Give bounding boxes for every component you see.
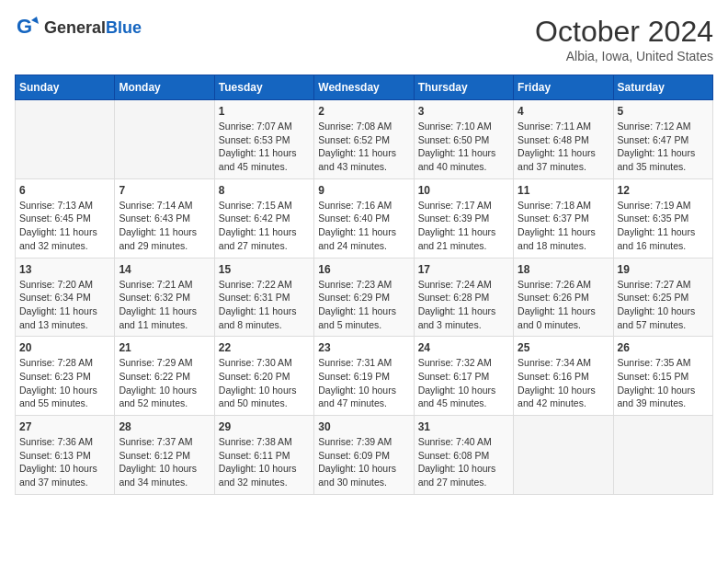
calendar-cell: 8Sunrise: 7:15 AMSunset: 6:42 PMDaylight… [214,178,313,258]
day-number: 29 [219,420,310,433]
logo-blue: Blue [106,18,142,37]
day-info: Sunrise: 7:23 AMSunset: 6:29 PMDaylight:… [318,278,409,332]
day-info: Sunrise: 7:30 AMSunset: 6:20 PMDaylight:… [219,356,310,410]
day-info: Sunrise: 7:26 AMSunset: 6:26 PMDaylight:… [518,278,609,332]
calendar-cell: 21Sunrise: 7:29 AMSunset: 6:22 PMDayligh… [115,337,214,416]
calendar-cell: 1Sunrise: 7:07 AMSunset: 6:53 PMDaylight… [214,100,313,179]
day-info: Sunrise: 7:15 AMSunset: 6:42 PMDaylight:… [219,199,310,253]
day-number: 26 [618,341,709,354]
day-info: Sunrise: 7:34 AMSunset: 6:16 PMDaylight:… [518,356,609,410]
day-number: 6 [19,184,110,197]
weekday-header: Friday [514,75,613,100]
day-info: Sunrise: 7:20 AMSunset: 6:34 PMDaylight:… [19,278,110,332]
day-info: Sunrise: 7:28 AMSunset: 6:23 PMDaylight:… [19,356,110,410]
weekday-header: Thursday [414,75,513,100]
day-info: Sunrise: 7:16 AMSunset: 6:40 PMDaylight:… [318,199,409,253]
calendar-cell: 9Sunrise: 7:16 AMSunset: 6:40 PMDaylight… [314,178,414,258]
day-number: 25 [518,341,609,354]
day-number: 28 [119,420,210,433]
calendar-cell: 20Sunrise: 7:28 AMSunset: 6:23 PMDayligh… [16,337,115,416]
calendar-cell: 23Sunrise: 7:31 AMSunset: 6:19 PMDayligh… [314,337,414,416]
calendar-cell: 19Sunrise: 7:27 AMSunset: 6:25 PMDayligh… [613,258,712,337]
day-number: 4 [518,105,609,118]
calendar-cell: 29Sunrise: 7:38 AMSunset: 6:11 PMDayligh… [214,416,313,495]
day-number: 31 [418,420,509,433]
day-info: Sunrise: 7:32 AMSunset: 6:17 PMDaylight:… [418,356,509,410]
day-number: 17 [418,263,509,276]
calendar-cell: 28Sunrise: 7:37 AMSunset: 6:12 PMDayligh… [115,416,214,495]
day-number: 20 [19,341,110,354]
calendar-week-row: 13Sunrise: 7:20 AMSunset: 6:34 PMDayligh… [16,258,713,337]
day-info: Sunrise: 7:07 AMSunset: 6:53 PMDaylight:… [219,120,310,174]
calendar-cell: 14Sunrise: 7:21 AMSunset: 6:32 PMDayligh… [115,258,214,337]
day-info: Sunrise: 7:38 AMSunset: 6:11 PMDaylight:… [219,435,310,489]
calendar-cell [16,100,115,179]
calendar-cell: 11Sunrise: 7:18 AMSunset: 6:37 PMDayligh… [514,178,613,258]
calendar-cell: 3Sunrise: 7:10 AMSunset: 6:50 PMDaylight… [414,100,513,179]
day-info: Sunrise: 7:37 AMSunset: 6:12 PMDaylight:… [119,435,210,489]
calendar-week-row: 6Sunrise: 7:13 AMSunset: 6:45 PMDaylight… [16,178,713,258]
calendar-subtitle: Albia, Iowa, United States [535,49,713,63]
day-info: Sunrise: 7:21 AMSunset: 6:32 PMDaylight:… [119,278,210,332]
day-info: Sunrise: 7:18 AMSunset: 6:37 PMDaylight:… [518,199,609,253]
day-info: Sunrise: 7:31 AMSunset: 6:19 PMDaylight:… [318,356,409,410]
weekday-header: Saturday [613,75,712,100]
day-info: Sunrise: 7:13 AMSunset: 6:45 PMDaylight:… [19,199,110,253]
calendar-cell [514,416,613,495]
day-info: Sunrise: 7:14 AMSunset: 6:43 PMDaylight:… [119,199,210,253]
day-number: 3 [418,105,509,118]
day-number: 8 [219,184,310,197]
day-number: 24 [418,341,509,354]
day-info: Sunrise: 7:35 AMSunset: 6:15 PMDaylight:… [618,356,709,410]
day-info: Sunrise: 7:12 AMSunset: 6:47 PMDaylight:… [618,120,709,174]
calendar-cell: 2Sunrise: 7:08 AMSunset: 6:52 PMDaylight… [314,100,414,179]
calendar-table: SundayMondayTuesdayWednesdayThursdayFrid… [15,75,713,495]
day-number: 7 [119,184,210,197]
day-info: Sunrise: 7:11 AMSunset: 6:48 PMDaylight:… [518,120,609,174]
day-number: 16 [318,263,409,276]
calendar-cell: 10Sunrise: 7:17 AMSunset: 6:39 PMDayligh… [414,178,513,258]
weekday-header: Wednesday [314,75,414,100]
day-number: 27 [19,420,110,433]
calendar-cell: 4Sunrise: 7:11 AMSunset: 6:48 PMDaylight… [514,100,613,179]
calendar-cell: 24Sunrise: 7:32 AMSunset: 6:17 PMDayligh… [414,337,513,416]
day-number: 30 [318,420,409,433]
calendar-cell: 6Sunrise: 7:13 AMSunset: 6:45 PMDaylight… [16,178,115,258]
day-number: 18 [518,263,609,276]
logo: G GeneralBlue [15,15,142,40]
calendar-cell: 13Sunrise: 7:20 AMSunset: 6:34 PMDayligh… [16,258,115,337]
day-number: 5 [618,105,709,118]
calendar-cell: 5Sunrise: 7:12 AMSunset: 6:47 PMDaylight… [613,100,712,179]
day-number: 9 [318,184,409,197]
calendar-cell: 25Sunrise: 7:34 AMSunset: 6:16 PMDayligh… [514,337,613,416]
logo-general: General [44,18,106,37]
day-number: 14 [119,263,210,276]
day-number: 13 [19,263,110,276]
day-number: 23 [318,341,409,354]
calendar-cell [115,100,214,179]
calendar-week-row: 27Sunrise: 7:36 AMSunset: 6:13 PMDayligh… [16,416,713,495]
day-info: Sunrise: 7:08 AMSunset: 6:52 PMDaylight:… [318,120,409,174]
calendar-cell: 18Sunrise: 7:26 AMSunset: 6:26 PMDayligh… [514,258,613,337]
calendar-week-row: 20Sunrise: 7:28 AMSunset: 6:23 PMDayligh… [16,337,713,416]
day-info: Sunrise: 7:17 AMSunset: 6:39 PMDaylight:… [418,199,509,253]
day-number: 21 [119,341,210,354]
day-number: 12 [618,184,709,197]
weekday-header: Monday [115,75,214,100]
calendar-cell: 16Sunrise: 7:23 AMSunset: 6:29 PMDayligh… [314,258,414,337]
calendar-cell: 31Sunrise: 7:40 AMSunset: 6:08 PMDayligh… [414,416,513,495]
day-number: 15 [219,263,310,276]
title-block: October 2024 Albia, Iowa, United States [535,15,713,63]
day-number: 1 [219,105,310,118]
logo-icon: G [15,15,40,40]
calendar-cell: 17Sunrise: 7:24 AMSunset: 6:28 PMDayligh… [414,258,513,337]
day-info: Sunrise: 7:39 AMSunset: 6:09 PMDaylight:… [318,435,409,489]
calendar-week-row: 1Sunrise: 7:07 AMSunset: 6:53 PMDaylight… [16,100,713,179]
day-info: Sunrise: 7:29 AMSunset: 6:22 PMDaylight:… [119,356,210,410]
day-info: Sunrise: 7:22 AMSunset: 6:31 PMDaylight:… [219,278,310,332]
svg-text:G: G [17,15,32,38]
day-number: 19 [618,263,709,276]
day-number: 22 [219,341,310,354]
day-info: Sunrise: 7:24 AMSunset: 6:28 PMDaylight:… [418,278,509,332]
calendar-cell: 22Sunrise: 7:30 AMSunset: 6:20 PMDayligh… [214,337,313,416]
